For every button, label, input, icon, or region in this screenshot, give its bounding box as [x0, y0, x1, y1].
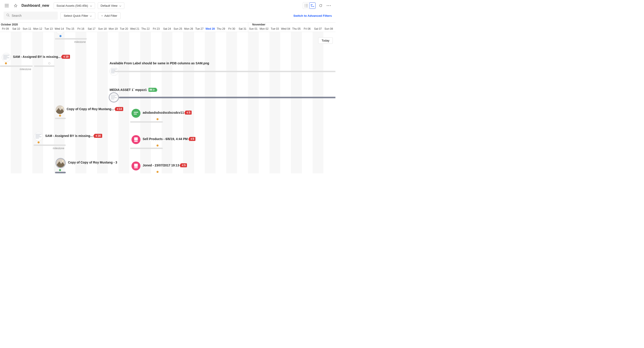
task-bar[interactable] [34, 145, 66, 146]
day-label[interactable]: Mon 26 [184, 27, 193, 30]
svg-rect-25 [111, 99, 114, 99]
day-label[interactable]: Tue 03 [271, 27, 279, 30]
task-bar[interactable] [119, 97, 336, 98]
milestone-label: milestone [53, 147, 64, 150]
milestone-label: milestone [74, 40, 86, 43]
svg-rect-28 [134, 112, 138, 113]
star-icon[interactable] [12, 2, 19, 9]
today-button[interactable]: Today [318, 37, 333, 44]
task-bar[interactable] [0, 65, 33, 67]
day-label[interactable]: Fri 06 [304, 27, 310, 30]
task-bar[interactable] [55, 172, 66, 173]
task-bar[interactable] [130, 121, 163, 123]
day-label[interactable]: Sat 24 [163, 27, 171, 30]
svg-rect-23 [111, 96, 115, 97]
day-label[interactable]: Fri 16 [77, 27, 84, 30]
search-input[interactable] [12, 14, 55, 17]
more-icon[interactable] [326, 2, 332, 9]
day-label[interactable]: Fri 23 [153, 27, 160, 30]
day-label[interactable]: Sat 07 [314, 27, 322, 30]
task-title: MEDIA ASSET 1` mppzz1 [110, 88, 147, 92]
task-thumb [56, 105, 64, 114]
svg-rect-24 [111, 97, 117, 98]
timeline-body[interactable]: Today milestoneSAM - Assigned BY is miss… [0, 32, 336, 173]
task-title: Joned - 23/07/2017 19:13 [143, 164, 179, 167]
view-toggle [303, 2, 316, 9]
day-label[interactable]: Sat 31 [238, 27, 246, 30]
svg-point-2 [327, 5, 327, 6]
svg-rect-17 [111, 69, 117, 69]
svg-rect-34 [36, 138, 39, 139]
assets-dropdown[interactable]: Social Assets (540.45k) [54, 2, 95, 9]
svg-rect-18 [111, 70, 116, 71]
milestone-label: milestone [20, 68, 31, 71]
svg-rect-33 [36, 137, 42, 137]
count-badge: 5 [181, 163, 187, 167]
svg-rect-22 [111, 95, 117, 96]
list-view-icon[interactable] [303, 2, 309, 9]
day-label[interactable]: Sun 08 [324, 27, 333, 30]
task-thumb [109, 92, 119, 103]
top-bar: Dashboard_new Social Assets (540.45k) De… [0, 0, 336, 11]
timeline-header: October 2020November Fri 09Sat 10Sun 11M… [0, 22, 336, 32]
day-label[interactable]: Thu 05 [292, 27, 300, 30]
day-label[interactable]: Wed 14 [55, 27, 64, 30]
svg-rect-32 [36, 135, 40, 136]
svg-rect-35 [134, 137, 138, 141]
svg-rect-15 [3, 59, 7, 59]
day-label[interactable]: Sat 17 [88, 27, 96, 30]
chevron-down-icon [119, 4, 122, 7]
day-label[interactable]: Sun 11 [22, 27, 31, 30]
task-bar[interactable] [55, 118, 66, 119]
day-label[interactable]: Mon 12 [33, 27, 42, 30]
day-label[interactable]: Tue 20 [120, 27, 128, 30]
count-badge: 16 [94, 134, 102, 138]
task-bar[interactable] [55, 38, 87, 39]
status-dot [156, 171, 158, 173]
day-label[interactable]: Mon 02 [260, 27, 268, 30]
day-label[interactable]: Sun 25 [174, 27, 182, 30]
status-dot [59, 115, 61, 117]
task-title: SAM - Assigned BY is missing... [45, 134, 93, 138]
day-label[interactable]: Wed 21 [130, 27, 139, 30]
plus-icon: + [101, 14, 103, 17]
svg-rect-14 [3, 57, 10, 58]
task-bar[interactable] [34, 65, 54, 67]
day-label[interactable]: Fri 09 [2, 27, 9, 30]
hamburger-icon[interactable] [4, 2, 10, 9]
day-label[interactable]: Mon 19 [109, 27, 118, 30]
day-label[interactable]: Sun 18 [98, 27, 107, 30]
task-bar[interactable] [114, 71, 336, 72]
task-title: Copy of Copy of Roy Mustang... [67, 107, 114, 111]
column-stripe [312, 32, 323, 173]
day-label[interactable]: Sat 10 [12, 27, 20, 30]
add-filter-button[interactable]: + Add Filter [98, 12, 121, 19]
column-stripe [291, 32, 302, 173]
day-label[interactable]: Fri 30 [228, 27, 235, 30]
day-label[interactable]: Sun 01 [249, 27, 258, 30]
svg-rect-13 [3, 56, 8, 57]
day-label[interactable]: Thu 15 [66, 27, 74, 30]
day-label[interactable]: Wed 04 [281, 27, 290, 30]
svg-rect-40 [134, 167, 138, 168]
quick-filter-dropdown[interactable]: Select Quick Filter [60, 12, 95, 19]
task-title: Sell Products - 6/6/19, 4:44 PM [143, 137, 188, 141]
advanced-filters-link[interactable]: Switch to Advanced Filters [294, 14, 332, 17]
task-thumb [132, 135, 140, 144]
count-badge: 14 [116, 107, 123, 111]
timeline-view-icon[interactable] [309, 2, 316, 9]
add-filter-label: Add Filter [104, 14, 117, 17]
day-label[interactable]: Wed 28 [206, 27, 215, 30]
day-label[interactable]: Tue 13 [44, 27, 52, 30]
day-label[interactable]: Thu 22 [141, 27, 150, 30]
search-box[interactable] [4, 12, 58, 20]
task-thumb [34, 132, 43, 141]
day-label[interactable]: Thu 29 [217, 27, 225, 30]
search-icon [6, 13, 10, 18]
day-label[interactable]: Tue 27 [195, 27, 204, 30]
month-label: November [252, 23, 266, 26]
column-stripe [118, 32, 129, 173]
view-dropdown[interactable]: Default View [98, 2, 124, 9]
task-bar[interactable] [130, 148, 163, 149]
refresh-icon[interactable] [318, 2, 324, 9]
